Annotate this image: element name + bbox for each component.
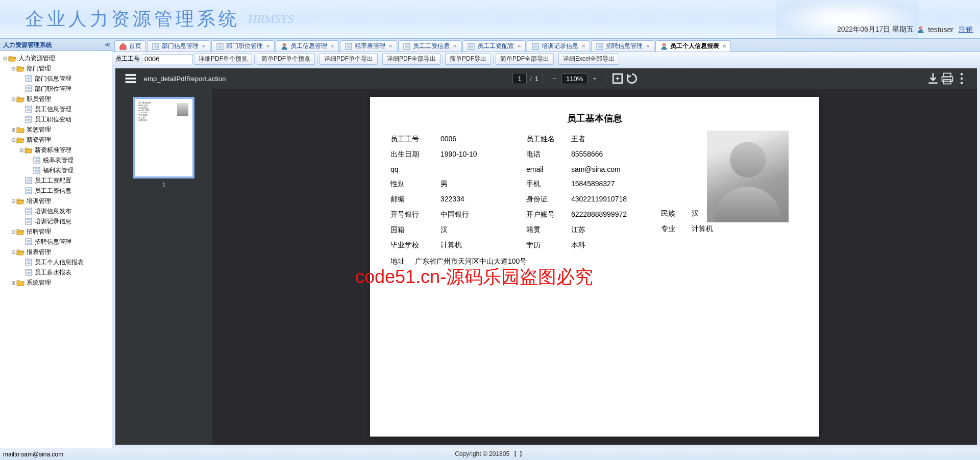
tree-node[interactable]: ⊟薪资标准管理 — [0, 145, 112, 155]
close-icon[interactable]: ✕ — [517, 43, 521, 49]
action-button[interactable]: 详细Excel全部导出 — [558, 53, 619, 65]
collapse-icon[interactable]: ⊟ — [18, 147, 24, 153]
tree-node-label: 员工工资信息 — [35, 187, 71, 195]
tree-node-label: 部门职位管理 — [35, 85, 71, 93]
tab[interactable]: 首页 — [114, 40, 146, 52]
close-icon[interactable]: ✕ — [722, 43, 726, 49]
app-title-en: HRMSYS — [248, 12, 293, 26]
tree-node[interactable]: ⊟部门管理 — [0, 63, 112, 73]
page-sep: / — [530, 75, 532, 83]
tree-node[interactable]: 员工信息管理 — [0, 104, 112, 114]
tree-node[interactable]: 培训信息发布 — [0, 206, 112, 216]
tree-node[interactable]: 员工个人信息报表 — [0, 257, 112, 267]
tree-node[interactable]: ⊟招聘管理 — [0, 226, 112, 237]
rotate-icon[interactable] — [625, 71, 639, 86]
collapse-icon[interactable]: ⊟ — [10, 249, 16, 255]
document-icon — [33, 156, 41, 164]
collapse-icon[interactable]: ⊟ — [10, 137, 16, 143]
tree-node[interactable]: ⊞系统管理 — [0, 277, 112, 288]
expand-icon[interactable]: ⊞ — [10, 127, 16, 133]
expand-icon[interactable]: ⊞ — [10, 280, 16, 286]
action-button[interactable]: 简单PDF单个预览 — [257, 53, 315, 65]
tree-node[interactable]: 税率表管理 — [0, 155, 112, 165]
collapse-icon[interactable]: ⊟ — [10, 198, 16, 204]
tree-node[interactable]: ⊟培训管理 — [0, 196, 112, 206]
tab[interactable]: 员工工资配置✕ — [462, 40, 526, 52]
tab[interactable]: 部门信息管理✕ — [147, 40, 210, 52]
action-button[interactable]: 详细PDF单个预览 — [194, 53, 252, 65]
tree-node[interactable]: ⊟薪资管理 — [0, 135, 112, 145]
collapse-icon[interactable]: ⊟ — [10, 229, 16, 235]
action-button[interactable]: 详细PDF全部导出 — [382, 53, 440, 65]
tree-node[interactable]: ⊟报表管理 — [0, 247, 112, 257]
print-icon[interactable] — [940, 71, 954, 86]
action-button[interactable]: 简单PDF导出 — [445, 53, 491, 65]
doc-grid-right: 民族汉 专业计算机 — [661, 209, 738, 234]
close-icon[interactable]: ✕ — [453, 43, 457, 49]
close-icon[interactable]: ✕ — [202, 43, 206, 49]
zoom-in-icon[interactable]: + — [587, 71, 602, 86]
tree-node[interactable]: 员工工资配置 — [0, 175, 112, 186]
tree-node[interactable]: 福利表管理 — [0, 165, 112, 175]
menu-icon[interactable] — [124, 71, 138, 86]
document-icon — [24, 238, 33, 246]
document-icon — [33, 166, 41, 174]
tab[interactable]: 员工个人信息报表✕ — [655, 40, 731, 52]
pdf-viewer: emp_detailPdfReport.action / 1 − 110% + — [115, 68, 977, 445]
fit-page-icon[interactable] — [610, 71, 625, 86]
tree-node[interactable]: ⊟职员管理 — [0, 94, 112, 104]
tree-node[interactable]: 部门信息管理 — [0, 73, 112, 84]
collapse-icon[interactable]: ⊟ — [10, 96, 16, 102]
tab[interactable]: 培训记录信息✕ — [527, 40, 590, 52]
emp-no-input[interactable] — [142, 54, 193, 64]
logout-link[interactable]: 注销 — [959, 25, 973, 34]
page-area[interactable]: code51.cn-源码乐园盗图必究 员工基本信息 员工工号0006 员工姓名王… — [212, 89, 977, 445]
tree-node-label: 职员管理 — [27, 95, 51, 104]
tree-node-label: 奖惩管理 — [27, 125, 51, 134]
tab[interactable]: 部门职位管理✕ — [211, 40, 275, 52]
page-thumbnail[interactable]: 员工基本信息0006 王者1990 8555sam@ 15843223 4302… — [133, 97, 194, 178]
document-icon — [24, 105, 33, 113]
tree-node-label: 系统管理 — [27, 278, 51, 287]
tree-node[interactable]: 员工薪水报表 — [0, 267, 112, 277]
svg-point-15 — [961, 78, 963, 80]
tree-node[interactable]: 员工工资信息 — [0, 186, 112, 196]
collapse-icon[interactable]: ⊟ — [10, 66, 16, 71]
close-icon[interactable]: ✕ — [330, 43, 334, 49]
tree-node[interactable]: ⊞奖惩管理 — [0, 124, 112, 135]
collapse-icon[interactable]: ⊟ — [2, 56, 8, 61]
report-icon — [660, 42, 668, 50]
tab[interactable]: 招聘信息管理✕ — [591, 40, 654, 52]
tree-node[interactable]: 招聘信息管理 — [0, 237, 112, 247]
tab[interactable]: 税率表管理✕ — [340, 40, 397, 52]
zoom-out-icon[interactable]: − — [547, 71, 561, 86]
sidebar-header: 人力资源管理系统 ≪ — [0, 39, 112, 51]
tree-node[interactable]: 员工职位变动 — [0, 114, 112, 124]
tab-label: 员工个人信息报表 — [670, 42, 719, 50]
tree-node-label: 培训管理 — [27, 197, 51, 206]
tree-node[interactable]: ⊟人力资源管理 — [0, 53, 112, 63]
tab[interactable]: 员工工资信息✕ — [398, 40, 461, 52]
close-icon[interactable]: ✕ — [646, 43, 650, 49]
collapse-icon[interactable]: ≪ — [105, 39, 109, 51]
tree-node[interactable]: 培训记录信息 — [0, 216, 112, 226]
page-current-input[interactable] — [512, 73, 527, 84]
document-icon — [24, 187, 33, 195]
more-icon[interactable] — [954, 71, 969, 86]
document-icon — [24, 74, 33, 83]
tab-label: 首页 — [129, 42, 141, 50]
close-icon[interactable]: ✕ — [581, 43, 585, 49]
tree-node[interactable]: 部门职位管理 — [0, 84, 112, 94]
close-icon[interactable]: ✕ — [388, 43, 393, 49]
action-button[interactable]: 详细PDF单个导出 — [320, 53, 378, 65]
tab-label: 招聘信息管理 — [606, 42, 643, 50]
tree-node-label: 员工薪水报表 — [35, 268, 71, 277]
zoom-level[interactable]: 110% — [561, 73, 587, 84]
svg-point-16 — [961, 82, 963, 84]
action-button[interactable]: 简单PDF全部导出 — [496, 53, 554, 65]
tree-node-label: 税率表管理 — [43, 156, 74, 165]
tab[interactable]: 员工信息管理✕ — [276, 40, 339, 52]
close-icon[interactable]: ✕ — [266, 43, 270, 49]
tree-node-label: 员工信息管理 — [35, 105, 71, 114]
download-icon[interactable] — [926, 71, 940, 86]
